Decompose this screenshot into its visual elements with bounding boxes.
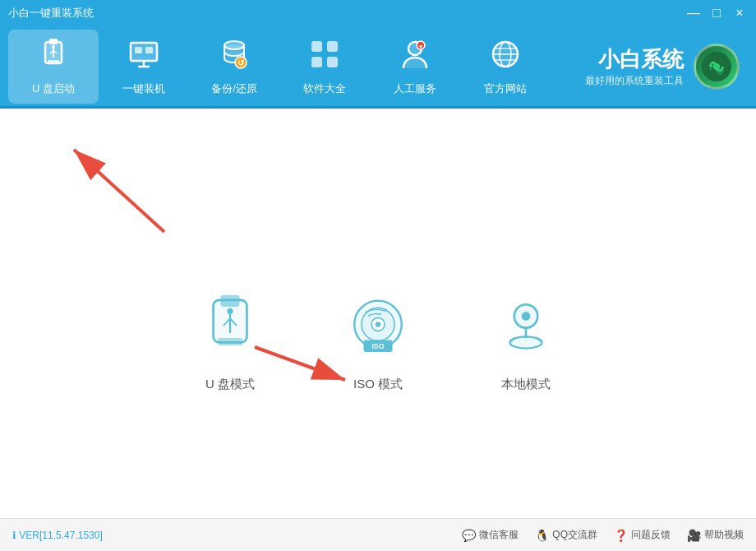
svg-point-28 <box>713 63 720 70</box>
mode-item-iso[interactable]: ISO ISO 模式 <box>337 285 419 392</box>
brand-area: 小白系统 最好用的系统重装工具 <box>585 44 748 90</box>
app-title: 小白一键重装系统 <box>8 6 94 21</box>
feedback-link[interactable]: ❓ 问题反馈 <box>614 528 671 542</box>
svg-point-47 <box>522 312 531 321</box>
svg-text:ISO: ISO <box>371 342 384 350</box>
brand-text: 小白系统 最好用的系统重装工具 <box>585 45 684 88</box>
nav-item-official-site[interactable]: 官方网站 <box>460 30 551 104</box>
title-bar: 小白一键重装系统 — □ × <box>0 0 756 26</box>
minimize-button[interactable]: — <box>685 7 702 20</box>
footer-links: 💬 微信客服 🐧 QQ交流群 ❓ 问题反馈 🎥 帮助视频 <box>462 528 744 542</box>
svg-point-4 <box>52 45 55 49</box>
qq-group-link[interactable]: 🐧 QQ交流群 <box>535 528 597 542</box>
help-video-icon: 🎥 <box>687 529 701 542</box>
feedback-label: 问题反馈 <box>631 528 671 542</box>
usb-nav-icon <box>36 37 71 76</box>
svg-rect-15 <box>311 41 322 52</box>
nav-item-u-disk-boot[interactable]: U 盘启动 <box>8 30 99 104</box>
info-icon: ℹ <box>12 530 16 541</box>
svg-rect-7 <box>131 43 157 61</box>
mode-item-usb[interactable]: U 盘模式 <box>189 285 271 392</box>
close-button[interactable]: × <box>731 7 748 20</box>
usb-mode-icon <box>189 285 271 367</box>
globe-nav-icon <box>488 37 523 76</box>
feedback-icon: ❓ <box>614 529 628 542</box>
svg-text:♥: ♥ <box>419 43 422 49</box>
svg-rect-2 <box>48 60 59 63</box>
svg-rect-18 <box>327 57 338 67</box>
maximize-button[interactable]: □ <box>708 7 725 20</box>
svg-rect-34 <box>220 294 239 306</box>
nav-label-service: 人工服务 <box>394 81 436 96</box>
local-mode-icon <box>485 285 567 367</box>
help-video-link[interactable]: 🎥 帮助视频 <box>687 528 744 542</box>
nav-item-backup-restore[interactable]: ↺ 备份/还原 <box>189 30 279 104</box>
version-info: ℹ VER[11.5.47.1530] <box>12 530 103 541</box>
nav-label-u-disk-boot: U 盘启动 <box>32 81 75 96</box>
mode-container: U 盘模式 ISO ISO 模式 <box>189 285 567 392</box>
svg-rect-17 <box>311 57 322 67</box>
iso-mode-icon: ISO <box>337 285 419 367</box>
person-nav-icon: ♥ <box>398 37 432 76</box>
footer: ℹ VER[11.5.47.1530] 💬 微信客服 🐧 QQ交流群 ❓ 问题反… <box>0 518 756 551</box>
svg-text:↺: ↺ <box>237 58 245 67</box>
svg-rect-16 <box>327 41 338 52</box>
nav-label-one-click: 一键装机 <box>122 81 165 96</box>
help-video-label: 帮助视频 <box>704 528 744 542</box>
nav-item-manual-service[interactable]: ♥ 人工服务 <box>370 30 460 104</box>
mode-item-local[interactable]: 本地模式 <box>485 285 567 392</box>
svg-rect-10 <box>135 47 142 53</box>
brand-name: 小白系统 <box>585 45 684 74</box>
apps-nav-icon <box>307 37 342 76</box>
brand-logo <box>694 44 740 90</box>
nav-label-software: 软件大全 <box>303 81 346 96</box>
svg-line-31 <box>74 150 164 232</box>
nav-label-site: 官方网站 <box>484 81 527 96</box>
svg-rect-1 <box>49 39 58 44</box>
nav-label-backup: 备份/还原 <box>211 81 257 96</box>
svg-point-37 <box>227 308 233 313</box>
nav-item-one-click-install[interactable]: 一键装机 <box>99 30 189 104</box>
wechat-label: 微信客服 <box>479 528 519 542</box>
local-mode-label: 本地模式 <box>501 377 551 392</box>
version-text: VER[11.5.47.1530] <box>19 530 102 541</box>
nav-bar: U 盘启动 一键装机 <box>0 26 756 109</box>
main-content: U 盘模式 ISO ISO 模式 <box>0 109 756 518</box>
qq-icon: 🐧 <box>535 529 549 542</box>
svg-point-43 <box>376 322 380 326</box>
iso-mode-label: ISO 模式 <box>353 377 403 392</box>
wechat-icon: 💬 <box>462 529 476 542</box>
usb-mode-label: U 盘模式 <box>205 377 255 392</box>
svg-rect-11 <box>145 47 153 53</box>
wechat-service-link[interactable]: 💬 微信客服 <box>462 528 519 542</box>
nav-item-software-center[interactable]: 软件大全 <box>279 30 370 104</box>
qq-label: QQ交流群 <box>552 528 597 542</box>
nav-items: U 盘启动 一键装机 <box>8 30 585 104</box>
svg-rect-35 <box>218 338 242 345</box>
database-nav-icon: ↺ <box>217 37 251 76</box>
brand-slogan: 最好用的系统重装工具 <box>585 74 684 88</box>
monitor-nav-icon <box>127 37 161 76</box>
window-controls: — □ × <box>685 7 748 20</box>
